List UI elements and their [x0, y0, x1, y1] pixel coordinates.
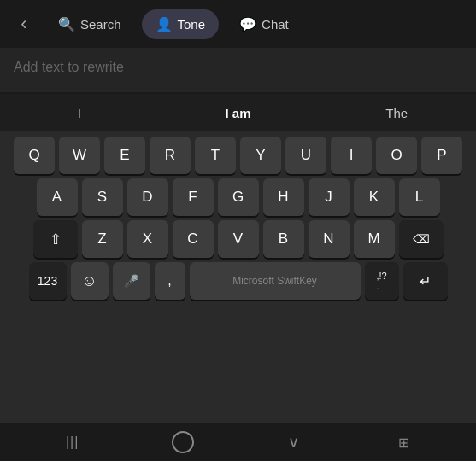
key-j[interactable]: J — [309, 178, 350, 216]
search-nav-button[interactable]: 🔍 Search — [44, 9, 135, 39]
key-o[interactable]: O — [376, 137, 417, 174]
key-i[interactable]: I — [331, 137, 372, 174]
key-r[interactable]: R — [150, 137, 191, 174]
key-s[interactable]: S — [82, 178, 123, 216]
text-input-area[interactable]: Add text to rewrite — [0, 48, 476, 92]
shift-key[interactable]: ⇧ — [33, 220, 78, 258]
key-x[interactable]: X — [127, 220, 168, 258]
nav-menu-button[interactable]: ||| — [47, 423, 98, 461]
key-m[interactable]: M — [354, 220, 395, 258]
key-t[interactable]: T — [195, 137, 236, 174]
input-placeholder: Add text to rewrite — [14, 60, 124, 74]
key-y[interactable]: Y — [240, 137, 281, 174]
chat-label: Chat — [262, 17, 289, 32]
key-z[interactable]: Z — [82, 220, 123, 258]
keyboard: Q W E R T Y U I O P A S D F G H J K L ⇧ … — [0, 131, 476, 423]
backspace-icon: ⌫ — [413, 232, 430, 246]
space-key[interactable]: Microsoft SwiftKey — [190, 262, 361, 300]
keyboard-row-2: A S D F G H J K L — [3, 178, 473, 216]
key-l[interactable]: L — [399, 178, 440, 216]
key-e[interactable]: E — [104, 137, 145, 174]
backspace-key[interactable]: ⌫ — [399, 220, 444, 258]
tone-icon: 👤 — [156, 16, 173, 32]
key-g[interactable]: G — [218, 178, 259, 216]
tone-label: Tone — [178, 17, 206, 32]
key-q[interactable]: Q — [14, 137, 55, 174]
shift-icon: ⇧ — [50, 230, 62, 248]
numbers-key[interactable]: 123 — [29, 262, 67, 300]
key-u[interactable]: U — [285, 137, 326, 174]
microphone-icon: 🎤 — [124, 274, 138, 288]
key-f[interactable]: F — [173, 178, 214, 216]
key-a[interactable]: A — [37, 178, 78, 216]
punct-key[interactable]: ,!?. — [365, 262, 399, 300]
suggestion-the[interactable]: The — [317, 102, 476, 124]
key-k[interactable]: K — [354, 178, 395, 216]
nav-keyboard-button[interactable]: ⊞ — [378, 423, 429, 461]
key-h[interactable]: H — [263, 178, 304, 216]
keyboard-icon: ⊞ — [398, 435, 409, 451]
keyboard-row-1: Q W E R T Y U I O P — [3, 137, 473, 174]
home-circle-icon — [172, 431, 194, 453]
suggestion-i[interactable]: I — [0, 102, 159, 124]
suggestion-i-am[interactable]: I am — [159, 102, 318, 124]
key-p[interactable]: P — [421, 137, 462, 174]
key-b[interactable]: B — [263, 220, 304, 258]
emoji-key[interactable]: ☺ — [71, 262, 109, 300]
search-icon: 🔍 — [58, 16, 75, 32]
enter-key[interactable]: ↵ — [403, 262, 448, 300]
key-n[interactable]: N — [309, 220, 350, 258]
search-label: Search — [80, 17, 121, 32]
key-v[interactable]: V — [218, 220, 259, 258]
comma-key[interactable]: , — [155, 262, 185, 300]
key-w[interactable]: W — [59, 137, 100, 174]
top-bar: ‹ 🔍 Search 👤 Tone 💬 Chat — [0, 0, 476, 48]
back-button[interactable]: ‹ — [10, 10, 38, 38]
back-icon: ‹ — [21, 13, 26, 35]
chevron-down-icon: ∨ — [288, 433, 299, 452]
chat-nav-button[interactable]: 💬 Chat — [226, 9, 303, 39]
space-label: Microsoft SwiftKey — [232, 275, 317, 287]
keyboard-row-3: ⇧ Z X C V B N M ⌫ — [3, 220, 473, 258]
tone-nav-button[interactable]: 👤 Tone — [142, 9, 220, 39]
bottom-nav: ||| ∨ ⊞ — [0, 423, 476, 461]
emoji-icon: ☺ — [81, 272, 97, 290]
key-c[interactable]: C — [173, 220, 214, 258]
menu-lines-icon: ||| — [66, 435, 79, 450]
chat-icon: 💬 — [239, 16, 256, 32]
nav-home-button[interactable] — [157, 423, 209, 461]
mic-key[interactable]: 🎤 — [113, 262, 150, 300]
key-d[interactable]: D — [127, 178, 168, 216]
nav-back-button[interactable]: ∨ — [267, 423, 319, 461]
keyboard-row-4: 123 ☺ 🎤 , Microsoft SwiftKey ,!?. ↵ — [3, 262, 473, 300]
suggestions-bar: I I am The — [0, 94, 476, 131]
enter-icon: ↵ — [420, 273, 431, 289]
